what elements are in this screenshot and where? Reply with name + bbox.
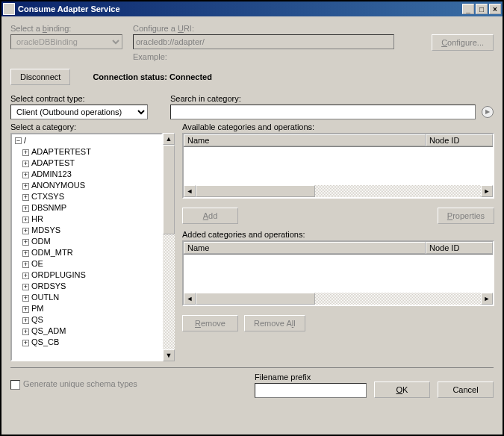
- expand-icon[interactable]: +: [22, 272, 29, 279]
- tree-item[interactable]: +ADMIN123: [22, 169, 161, 180]
- available-hscroll[interactable]: ◄ ►: [184, 185, 493, 197]
- tree-item[interactable]: +CTXSYS: [22, 191, 161, 202]
- expand-icon[interactable]: +: [22, 183, 29, 190]
- expand-icon[interactable]: +: [22, 284, 29, 290]
- tree-item[interactable]: +ADAPTERTEST: [22, 146, 161, 158]
- added-list[interactable]: Name Node ID ◄ ►: [182, 240, 494, 306]
- collapse-icon[interactable]: −: [15, 137, 22, 144]
- added-col-name[interactable]: Name: [184, 242, 426, 254]
- contract-label: Select contract type:: [10, 94, 148, 103]
- contract-select[interactable]: Client (Outbound operations): [10, 105, 148, 119]
- minimize-button[interactable]: _: [462, 4, 474, 14]
- category-tree[interactable]: − / +ADAPTERTEST+ADAPTEST+ADMIN123+ANONY…: [10, 133, 163, 361]
- added-label: Added categories and operations:: [182, 230, 494, 239]
- scroll-left-icon[interactable]: ◄: [184, 293, 196, 305]
- added-col-id[interactable]: Node ID: [426, 242, 493, 254]
- expand-icon[interactable]: +: [22, 217, 29, 223]
- search-input[interactable]: [170, 105, 476, 119]
- tree-item[interactable]: +DBSNMP: [22, 202, 161, 214]
- expand-icon[interactable]: +: [22, 149, 29, 156]
- search-label: Search in category:: [170, 94, 494, 103]
- window-title: Consume Adapter Service: [18, 4, 461, 13]
- tree-item[interactable]: +OE: [22, 258, 161, 270]
- tree-item[interactable]: +MDSYS: [22, 225, 161, 236]
- available-list[interactable]: Name Node ID ◄ ►: [182, 133, 494, 199]
- schema-checkbox[interactable]: [10, 380, 20, 390]
- expand-icon[interactable]: +: [22, 317, 29, 324]
- tree-item[interactable]: +PM: [22, 303, 161, 314]
- filename-input[interactable]: [255, 383, 367, 398]
- titlebar: Consume Adapter Service _ □ ×: [1, 1, 503, 16]
- uri-label: Configure a URI:: [133, 24, 421, 33]
- expand-icon[interactable]: +: [22, 205, 29, 212]
- tree-item[interactable]: +HR: [22, 214, 161, 225]
- remove-button[interactable]: Remove: [182, 315, 238, 331]
- expand-icon[interactable]: +: [22, 194, 29, 201]
- expand-icon[interactable]: +: [22, 161, 29, 167]
- binding-label: Select a binding:: [10, 24, 122, 33]
- available-col-name[interactable]: Name: [184, 134, 426, 146]
- configure-button[interactable]: Configure...: [432, 34, 494, 51]
- expand-icon[interactable]: +: [22, 250, 29, 257]
- tree-item[interactable]: +QS: [22, 314, 161, 326]
- tree-item[interactable]: +ORDSYS: [22, 281, 161, 292]
- category-label: Select a category:: [10, 122, 175, 131]
- scroll-up-icon[interactable]: ▲: [163, 133, 175, 145]
- tree-item[interactable]: +QS_ADM: [22, 326, 161, 337]
- expand-icon[interactable]: +: [22, 261, 29, 268]
- schema-checkbox-label[interactable]: Generate unique schema types: [10, 379, 137, 390]
- scroll-down-icon[interactable]: ▼: [163, 349, 175, 361]
- maximize-button[interactable]: □: [476, 4, 488, 14]
- tree-item[interactable]: +OUTLN: [22, 292, 161, 303]
- scroll-right-icon[interactable]: ►: [481, 185, 493, 197]
- add-button[interactable]: Add: [182, 208, 238, 224]
- scroll-right-icon[interactable]: ►: [481, 293, 493, 305]
- app-icon: [3, 3, 15, 15]
- properties-button[interactable]: Properties: [438, 208, 494, 224]
- expand-icon[interactable]: +: [22, 228, 29, 234]
- available-col-id[interactable]: Node ID: [426, 134, 493, 146]
- disconnect-button[interactable]: Disconnect: [10, 69, 70, 85]
- connection-status: Connection status: Connected: [93, 72, 212, 81]
- available-label: Available categories and operations:: [182, 122, 494, 131]
- remove-all-button[interactable]: Remove All: [244, 315, 305, 331]
- search-go-icon[interactable]: [482, 106, 494, 118]
- expand-icon[interactable]: +: [22, 172, 29, 178]
- ok-button[interactable]: OK: [374, 382, 430, 398]
- tree-item[interactable]: +ORDPLUGINS: [22, 270, 161, 281]
- expand-icon[interactable]: +: [22, 340, 29, 346]
- cancel-button[interactable]: Cancel: [438, 382, 494, 398]
- tree-item[interactable]: +QS_CB: [22, 337, 161, 348]
- filename-label: Filename prefix: [255, 373, 367, 382]
- added-hscroll[interactable]: ◄ ►: [184, 293, 493, 305]
- tree-item[interactable]: +ODM_MTR: [22, 247, 161, 258]
- binding-select[interactable]: oracleDBBinding: [10, 34, 122, 49]
- tree-item[interactable]: +ODM: [22, 236, 161, 247]
- expand-icon[interactable]: +: [22, 306, 29, 313]
- close-button[interactable]: ×: [489, 4, 501, 14]
- expand-icon[interactable]: +: [22, 328, 29, 335]
- uri-input[interactable]: [133, 34, 394, 49]
- example-label: Example:: [133, 52, 421, 61]
- tree-vscroll[interactable]: ▲ ▼: [163, 133, 175, 361]
- tree-item[interactable]: +ADAPTEST: [22, 158, 161, 169]
- tree-item[interactable]: +ANONYMOUS: [22, 180, 161, 191]
- scroll-left-icon[interactable]: ◄: [184, 185, 196, 197]
- expand-icon[interactable]: +: [22, 239, 29, 246]
- tree-root[interactable]: /: [24, 136, 26, 145]
- expand-icon[interactable]: +: [22, 295, 29, 302]
